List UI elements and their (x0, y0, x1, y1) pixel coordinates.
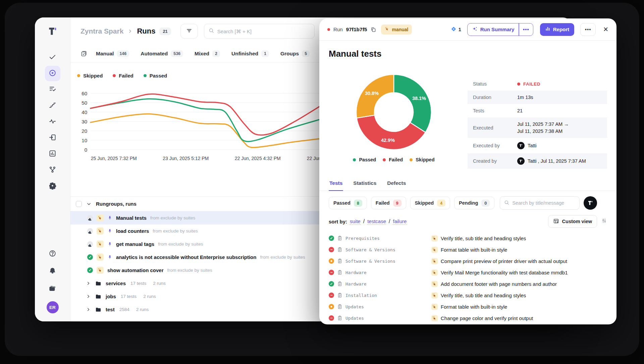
view-settings-button[interactable] (601, 218, 607, 225)
panel-tab[interactable]: Statistics (353, 177, 377, 191)
filter-chip[interactable]: Failed 9 (371, 197, 406, 209)
runs-tab[interactable]: Groups 5 (280, 50, 310, 57)
runs-tab[interactable]: Manual 146 (96, 50, 129, 57)
tests-table: Prerequisites Verify title, sub title an… (319, 231, 616, 324)
tests-search-input[interactable] (512, 200, 576, 206)
sidebar-item-help[interactable] (46, 247, 60, 261)
info-row: Created by Tatti , Jul 11, 2025 7:37 AM (468, 153, 607, 169)
run-title: Manual tests (319, 41, 616, 62)
sidebar-item-notifications[interactable] (46, 264, 60, 278)
test-status-icon (329, 258, 334, 264)
user-avatar[interactable]: ER (47, 301, 59, 313)
runs-tab[interactable]: Unfinished 1 (231, 50, 269, 57)
chevron-right-icon (127, 29, 133, 34)
sliders-icon (601, 218, 607, 225)
runs-tab[interactable]: Automated 536 (141, 50, 183, 57)
sidebar-item-integrations[interactable] (45, 162, 60, 178)
report-button[interactable]: Report (540, 23, 574, 36)
sidebar-item-activity[interactable] (45, 114, 60, 129)
filter-chip[interactable]: Skipped 4 (410, 197, 450, 209)
trend-lines (91, 93, 323, 150)
chevron-right-icon[interactable] (86, 307, 91, 312)
copy-icon[interactable] (370, 27, 376, 33)
sidebar: ER (35, 17, 70, 321)
manual-run-icon (97, 227, 104, 235)
sidebar-item-settings[interactable] (45, 178, 60, 194)
global-search[interactable] (204, 24, 315, 39)
custom-view-button[interactable]: Custom view (548, 215, 597, 228)
donut-legend-item: Skipped (410, 157, 434, 162)
sort-link[interactable]: suite (350, 218, 361, 225)
tatti-avatar (517, 157, 525, 165)
run-status-icon (87, 254, 93, 260)
sort-row: sort by: suite / testcase / failure / (319, 212, 616, 231)
run-status-icon (87, 215, 93, 221)
pin-icon (107, 242, 112, 247)
test-status-icon (329, 293, 334, 298)
sort-link[interactable]: testcase (367, 218, 386, 225)
sidebar-item-milestones[interactable] (45, 98, 60, 113)
t-logo-icon (587, 199, 594, 207)
panel-tab[interactable]: Defects (386, 177, 407, 191)
test-row[interactable]: Hardware Add document footer with page n… (329, 278, 607, 290)
clipboard-icon (337, 236, 342, 241)
trend-line-passed (91, 99, 323, 142)
sort-link[interactable]: failure (393, 218, 407, 225)
chevron-right-icon[interactable] (86, 294, 91, 299)
filter-chip[interactable]: Pending 0 (454, 197, 494, 209)
search-input[interactable] (217, 29, 310, 34)
run-summary-split-button: Run Summary ••• (467, 23, 533, 36)
legend-dot (353, 158, 356, 161)
test-row[interactable]: Hardware Verify Mail Merge functionality… (329, 267, 607, 278)
y-tick: 30 (82, 119, 87, 124)
donut-svg: 38.1%42.9%30.8% (354, 72, 433, 152)
test-row[interactable]: Updates Change page color and verify pri… (329, 312, 607, 324)
legend-dot (383, 158, 386, 161)
tests-search[interactable] (500, 196, 580, 210)
panel-tab[interactable]: Tests (329, 177, 343, 191)
info-row: Duration 1m 13s (468, 91, 607, 104)
sidebar-item-runs[interactable] (45, 66, 60, 81)
run-detail-panel: Run 97f1b7f5 manual 1 Run Summary ••• Re… (319, 18, 616, 324)
steps-icon (49, 101, 56, 110)
filter-icon (186, 27, 193, 35)
legend-item: Failed (113, 73, 133, 79)
test-row[interactable]: Software & Versions Compare print previe… (329, 255, 607, 267)
test-status-icon (329, 281, 334, 287)
test-row[interactable]: Software & Versions Format table with bu… (329, 244, 607, 255)
pin-icon (107, 215, 112, 220)
run-summary-more-button[interactable]: ••• (519, 23, 533, 36)
sidebar-item-tests[interactable] (45, 50, 60, 65)
sidebar-item-analytics[interactable] (45, 146, 60, 162)
sign-in-icon (49, 134, 56, 143)
tatti-logo-button[interactable] (584, 196, 597, 210)
test-row[interactable]: Updates Format table with built-in style (329, 301, 607, 312)
x-tick: 25 Jun, 2025 7:32 PM (91, 156, 137, 161)
run-summary-button[interactable]: Run Summary (468, 23, 519, 36)
select-all-checkbox[interactable] (76, 201, 82, 207)
manual-test-icon (431, 258, 438, 264)
branch-icon (49, 166, 56, 175)
filter-button[interactable] (180, 24, 198, 39)
run-label: Run (333, 27, 343, 32)
test-row[interactable]: Installation Verify title, sub title and… (329, 290, 607, 301)
manual-test-icon (431, 315, 438, 321)
chevron-right-icon[interactable] (86, 281, 91, 286)
runs-tab[interactable]: Mixed 2 (195, 50, 220, 57)
chevron-down-icon[interactable] (86, 201, 92, 207)
filter-chip[interactable]: Passed 8 (329, 197, 367, 209)
jira-link[interactable]: 1 (451, 26, 461, 33)
more-options-button[interactable]: ••• (580, 23, 596, 36)
sidebar-nav (45, 50, 60, 194)
table-plus-icon (553, 218, 559, 225)
sidebar-item-projects[interactable] (46, 282, 60, 296)
clipboard-icon (337, 247, 342, 252)
sidebar-item-imports[interactable] (45, 130, 60, 146)
y-tick: 40 (82, 109, 87, 115)
play-circle-icon (49, 69, 56, 78)
list-check-icon (49, 85, 56, 94)
y-tick: 0 (85, 147, 87, 153)
close-icon[interactable]: ✕ (603, 25, 608, 33)
test-row[interactable]: Prerequisites Verify title, sub title an… (329, 232, 607, 244)
sidebar-item-test-plans[interactable] (45, 82, 60, 97)
